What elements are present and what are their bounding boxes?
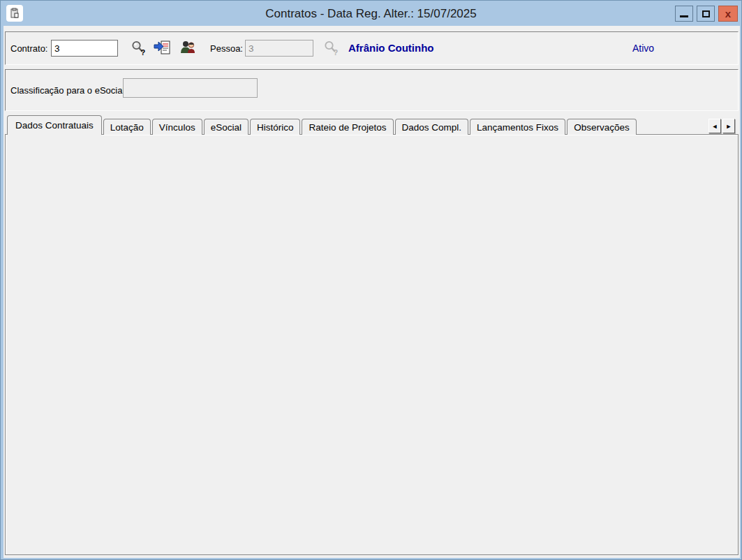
maximize-icon	[702, 10, 710, 17]
tab-strip: Dados Contratuais Lotação Vínculos eSoci…	[5, 115, 739, 135]
status-badge: Ativo	[632, 43, 654, 54]
contrato-label: Contrato:	[10, 43, 47, 54]
search-help-icon-disabled: ?	[322, 40, 339, 56]
search-help-icon: ?	[130, 40, 147, 56]
tab-historico[interactable]: Histórico	[250, 119, 301, 135]
person-icon	[179, 39, 196, 56]
svg-text:?: ?	[141, 48, 146, 56]
contrato-search-button[interactable]: ?	[128, 38, 148, 57]
minimize-icon	[680, 15, 688, 17]
pessoa-nome: Afrânio Coutinho	[348, 42, 433, 54]
esocial-label: Classificação para o eSocial:	[10, 85, 127, 96]
new-document-arrow-icon	[154, 39, 172, 56]
maximize-button[interactable]	[697, 6, 715, 22]
tab-dados-compl[interactable]: Dados Compl.	[395, 119, 469, 135]
pessoa-search-button-disabled: ?	[321, 38, 341, 57]
window-title: Contratos - Data Reg. Alter.: 15/07/2025	[1, 7, 741, 21]
tab-lotacao[interactable]: Lotação	[103, 119, 151, 135]
close-button[interactable]: x	[718, 6, 738, 22]
contratos-window: Contratos - Data Reg. Alter.: 15/07/2025…	[0, 0, 742, 560]
tab-rateio-de-projetos[interactable]: Rateio de Projetos	[302, 119, 393, 135]
tab-vinculos[interactable]: Vínculos	[152, 119, 202, 135]
pessoa-cadastro-button[interactable]	[178, 38, 198, 57]
pessoa-label: Pessoa:	[210, 43, 243, 54]
contrato-input[interactable]	[51, 40, 118, 57]
close-icon: x	[725, 8, 731, 20]
esocial-input	[123, 78, 258, 98]
tab-esocial[interactable]: eSocial	[204, 119, 248, 135]
tab-lancamentos-fixos[interactable]: Lançamentos Fixos	[470, 119, 565, 135]
minimize-button[interactable]	[675, 6, 693, 22]
pessoa-input	[245, 40, 313, 57]
tab-page-dados-contratuais	[5, 134, 739, 555]
novo-contrato-button[interactable]	[153, 38, 172, 57]
tab-observacoes[interactable]: Observações	[567, 119, 637, 135]
svg-text:?: ?	[334, 48, 339, 56]
tab-dados-contratuais[interactable]: Dados Contratuais	[7, 115, 102, 135]
